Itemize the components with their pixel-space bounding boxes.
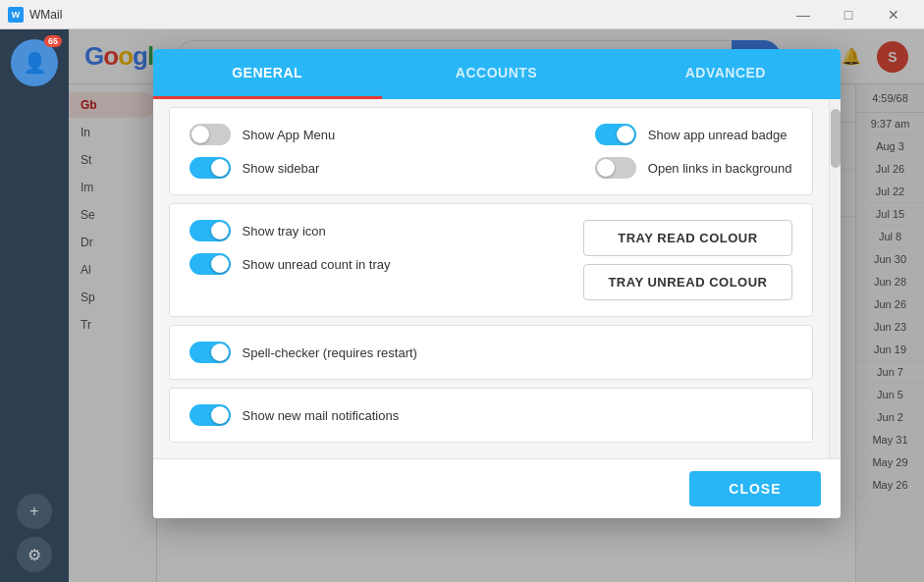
spell-checker-toggle[interactable]: [190, 342, 231, 363]
close-button[interactable]: CLOSE: [689, 471, 820, 506]
show-sidebar-label: Show sidebar: [243, 161, 320, 176]
show-sidebar-toggle[interactable]: [190, 157, 231, 179]
title-bar-title: WMail: [29, 8, 62, 22]
show-unread-badge-knob: [617, 126, 634, 143]
display-section: Show App Menu Show sidebar: [169, 107, 813, 195]
tray-unread-colour-button[interactable]: TRAY UNREAD COLOUR: [583, 264, 791, 300]
show-sidebar-knob: [211, 159, 229, 177]
modal-tabs: GENERAL ACCOUNTS ADVANCED: [153, 49, 841, 99]
tray-right: TRAY READ COLOUR TRAY UNREAD COLOUR: [583, 220, 791, 300]
tab-accounts[interactable]: ACCOUNTS: [382, 49, 611, 99]
show-tray-icon-item: Show tray icon: [190, 220, 391, 241]
tab-advanced[interactable]: ADVANCED: [611, 49, 840, 99]
show-unread-count-label: Show unread count in tray: [243, 257, 391, 272]
show-unread-badge-toggle[interactable]: [595, 124, 636, 145]
tray-section: Show tray icon Show unread count in tray: [169, 203, 813, 317]
sidebar-add-icon[interactable]: +: [17, 494, 52, 529]
show-unread-count-knob: [211, 255, 229, 273]
show-tray-icon-toggle[interactable]: [190, 220, 231, 241]
title-bar-controls: — □ ✕: [781, 0, 916, 29]
unread-badge: 65: [44, 35, 62, 47]
main-content: Google 🔍 ⊞ 🔔 S Gb In St Im Se Dr Al: [69, 29, 924, 582]
open-links-bg-item: Open links in background: [595, 157, 792, 179]
open-links-bg-toggle[interactable]: [595, 157, 636, 179]
open-links-bg-knob: [597, 159, 615, 177]
show-notifications-item: Show new mail notifications: [190, 404, 792, 426]
app-icon: W: [8, 7, 24, 23]
show-sidebar-item: Show sidebar: [190, 157, 336, 179]
display-right: Show app unread badge Open links in back…: [595, 124, 792, 179]
modal-body: Show App Menu Show sidebar: [153, 99, 829, 458]
show-app-menu-toggle[interactable]: [190, 124, 231, 145]
tray-section-inner: Show tray icon Show unread count in tray: [190, 220, 792, 300]
tab-general[interactable]: GENERAL: [153, 49, 382, 99]
sidebar-settings-icon[interactable]: ⚙: [17, 537, 52, 572]
modal-overlay: GENERAL ACCOUNTS ADVANCED: [69, 29, 924, 582]
spell-checker-item: Spell-checker (requires restart): [190, 342, 792, 363]
tray-left: Show tray icon Show unread count in tray: [190, 220, 391, 275]
show-unread-badge-item: Show app unread badge: [595, 124, 792, 145]
show-app-menu-knob: [191, 126, 209, 143]
display-left: Show App Menu Show sidebar: [190, 124, 336, 179]
show-unread-badge-label: Show app unread badge: [648, 128, 788, 142]
title-bar-left: W WMail: [8, 7, 62, 23]
show-notifications-knob: [211, 406, 229, 424]
app-body: 👤 65 + ⚙ Google 🔍 ⊞ 🔔 S: [0, 29, 924, 582]
show-unread-count-item: Show unread count in tray: [190, 253, 391, 275]
show-notifications-toggle[interactable]: [190, 404, 231, 426]
show-tray-icon-knob: [211, 222, 229, 239]
spell-checker-knob: [211, 344, 229, 361]
show-app-menu-item: Show App Menu: [190, 124, 336, 145]
display-section-inner: Show App Menu Show sidebar: [190, 124, 792, 179]
open-links-bg-label: Open links in background: [648, 161, 792, 176]
window-close-button[interactable]: ✕: [871, 0, 916, 29]
title-bar: W WMail — □ ✕: [0, 0, 924, 29]
sidebar-bottom: + ⚙: [17, 494, 52, 582]
spell-checker-label: Spell-checker (requires restart): [243, 345, 417, 360]
modal-scrollbar-thumb: [831, 109, 841, 168]
show-unread-count-toggle[interactable]: [190, 253, 231, 275]
modal-body-spacer: [153, 450, 829, 458]
show-notifications-label: Show new mail notifications: [243, 408, 400, 423]
settings-modal: GENERAL ACCOUNTS ADVANCED: [153, 49, 841, 518]
avatar-container[interactable]: 👤 65: [11, 39, 58, 86]
spellcheck-section: Spell-checker (requires restart): [169, 325, 813, 380]
tray-read-colour-button[interactable]: TRAY READ COLOUR: [583, 220, 791, 256]
modal-scrollbar[interactable]: [829, 99, 841, 458]
modal-body-wrapper: Show App Menu Show sidebar: [153, 99, 841, 458]
show-tray-icon-label: Show tray icon: [243, 224, 326, 238]
left-sidebar: 👤 65 + ⚙: [0, 29, 69, 582]
minimize-button[interactable]: —: [781, 0, 826, 29]
notifications-section: Show new mail notifications: [169, 388, 813, 443]
maximize-button[interactable]: □: [826, 0, 871, 29]
show-app-menu-label: Show App Menu: [243, 128, 336, 142]
modal-footer: CLOSE: [153, 458, 841, 518]
